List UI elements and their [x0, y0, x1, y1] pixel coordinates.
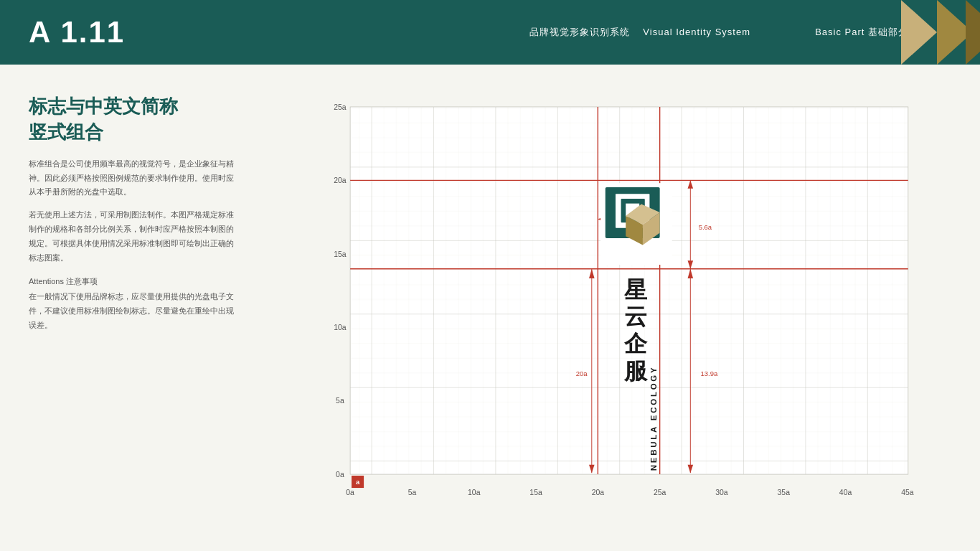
chevron-icon-3 [966, 0, 980, 65]
svg-text:10a: 10a [468, 489, 481, 496]
header: A 1.11 品牌视觉形象识别系统 Visual Identity System… [0, 0, 980, 65]
svg-text:5a: 5a [408, 489, 417, 496]
svg-text:a: a [356, 478, 360, 486]
chevron-icon-1 [901, 0, 937, 65]
section-title: 标志与中英文简称 竖式组合 [29, 93, 237, 146]
left-panel: 标志与中英文简称 竖式组合 标准组合是公司使用频率最高的视觉符号，是企业象征与精… [29, 86, 237, 537]
svg-text:星: 星 [623, 277, 648, 303]
page-number: A 1.11 [29, 15, 125, 50]
svg-text:30a: 30a [715, 489, 728, 496]
grid-diagram: 0a 5a 10a 15a 20a 25a 30a 35a 40a 45a 0a… [251, 86, 966, 537]
svg-text:15a: 15a [529, 489, 542, 496]
svg-text:20a: 20a [592, 489, 605, 496]
svg-text:40a: 40a [839, 489, 852, 496]
subtitle-en: Visual Identity System [643, 27, 750, 37]
subtitle-cn: 品牌视觉形象识别系统 [529, 27, 630, 37]
description-1: 标准组合是公司使用频率最高的视觉符号，是企业象征与精神。因此必须严格按照图例规范… [29, 157, 237, 199]
svg-text:45a: 45a [901, 489, 914, 496]
svg-text:20a: 20a [576, 369, 588, 377]
svg-text:5.6a: 5.6a [699, 223, 712, 231]
attention-title: Attentions 注意事项 [29, 276, 237, 287]
grid-svg: 0a 5a 10a 15a 20a 25a 30a 35a 40a 45a 0a… [273, 93, 958, 515]
svg-text:0a: 0a [336, 471, 344, 479]
svg-text:25a: 25a [334, 103, 347, 111]
description-2: 若无使用上述方法，可采用制图法制作。本图严格规定标准制作的规格和各部分比例关系，… [29, 208, 237, 265]
attention-text: 在一般情况下使用品牌标志，应尽量使用提供的光盘电子文件，不建议使用标准制图绘制标… [29, 290, 237, 332]
svg-text:云: 云 [624, 303, 647, 329]
svg-text:13.9a: 13.9a [701, 369, 718, 377]
svg-text:35a: 35a [778, 489, 791, 496]
svg-text:25a: 25a [654, 489, 666, 496]
svg-text:服: 服 [623, 358, 649, 384]
svg-text:NEBULA ECOLOGY: NEBULA ECOLOGY [649, 365, 658, 471]
svg-text:5a: 5a [336, 397, 344, 405]
svg-text:20a: 20a [334, 176, 347, 184]
svg-text:15a: 15a [334, 250, 347, 258]
main-content: 标志与中英文简称 竖式组合 标准组合是公司使用频率最高的视觉符号，是企业象征与精… [0, 65, 980, 551]
header-subtitle: 品牌视觉形象识别系统 Visual Identity System [529, 26, 750, 39]
svg-text:0a: 0a [346, 489, 354, 496]
svg-text:10a: 10a [334, 324, 347, 331]
svg-text:企: 企 [623, 331, 648, 357]
chevron-decoration [837, 0, 980, 65]
